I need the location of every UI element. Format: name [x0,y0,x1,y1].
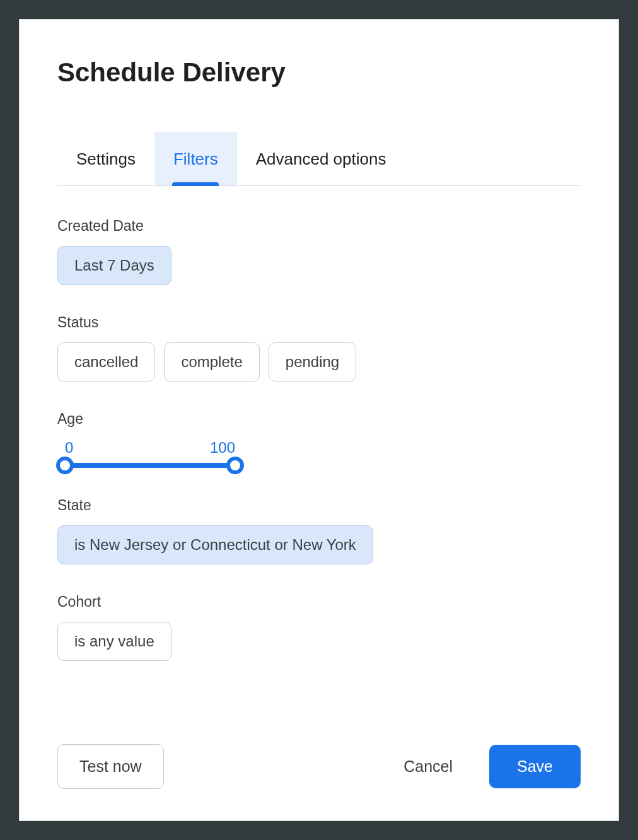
tab-filters[interactable]: Filters [154,132,237,185]
cancel-button[interactable]: Cancel [382,745,474,788]
slider-min-label: 0 [65,439,73,457]
chip-row: is New Jersey or Connecticut or New York [57,525,581,564]
chip-row: is any value [57,622,581,661]
slider-track [65,463,235,468]
filter-label: Created Date [57,218,581,235]
chip-state-value[interactable]: is New Jersey or Connecticut or New York [57,525,373,564]
chip-complete[interactable]: complete [164,342,259,382]
tabs: Settings Filters Advanced options [57,132,581,186]
age-slider[interactable]: 0 100 [65,439,235,468]
filter-age: Age 0 100 [57,411,581,468]
filter-cohort: Cohort is any value [57,593,581,661]
slider-max-label: 100 [210,439,235,457]
filter-label: Status [57,314,581,331]
filter-created-date: Created Date Last 7 Days [57,218,581,285]
chip-row: cancelled complete pending [57,342,581,382]
chip-cohort-value[interactable]: is any value [57,622,171,661]
slider-handle-max[interactable] [226,457,244,474]
filter-label: State [57,497,581,514]
dialog-footer: Test now Cancel Save [57,744,581,789]
schedule-delivery-dialog: Schedule Delivery Settings Filters Advan… [19,19,619,821]
filter-label: Age [57,411,581,428]
chip-cancelled[interactable]: cancelled [57,342,155,382]
test-now-button[interactable]: Test now [57,744,164,789]
chip-row: Last 7 Days [57,246,581,285]
tab-settings[interactable]: Settings [57,132,154,185]
filter-status: Status cancelled complete pending [57,314,581,382]
save-button[interactable]: Save [489,745,581,788]
chip-pending[interactable]: pending [269,342,356,382]
filter-label: Cohort [57,593,581,610]
filter-state: State is New Jersey or Connecticut or Ne… [57,497,581,564]
slider-handle-min[interactable] [56,457,74,474]
slider-labels: 0 100 [65,439,235,457]
tab-advanced-options[interactable]: Advanced options [237,132,405,185]
chip-last-7-days[interactable]: Last 7 Days [57,246,171,285]
page-title: Schedule Delivery [57,57,581,88]
